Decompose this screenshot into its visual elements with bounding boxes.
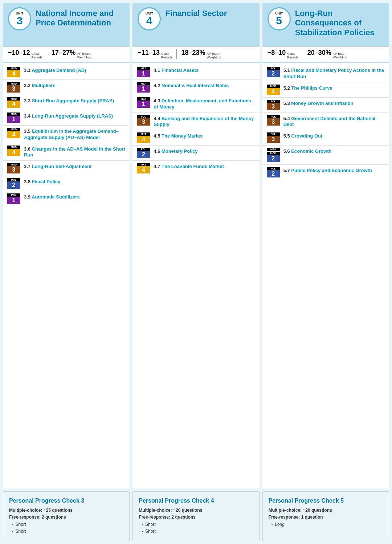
ap-weight-label: AP ExamWeighting (207, 52, 221, 60)
unit-stats-3: ~10–12 ClassPeriods 17–27% AP ExamWeight… (3, 46, 130, 62)
module-text-3.6: 3.6 Changes in the AD–AS Model in the Sh… (24, 146, 125, 159)
module-text-5.3: 5.3 Money Growth and Inflation (283, 100, 354, 107)
badge-type: MOD (7, 163, 20, 166)
module-badge-4.6: POL 2 (137, 148, 150, 158)
module-badge-4.5: MKT 4 (137, 132, 150, 143)
module-item-3.2: MOD 3 3.2 Multipliers (3, 80, 130, 95)
module-badge-3.9: POL 1 (7, 193, 20, 204)
module-title-3.9[interactable]: 3.9 Automatic Stabilizers (24, 194, 79, 200)
module-title-5.4[interactable]: 5.4 Government Deficits and the National… (283, 116, 385, 128)
class-periods-stat: ~8–10 ClassPeriods (268, 49, 298, 60)
badge-num: 2 (267, 155, 280, 162)
badge-num: 4 (7, 70, 20, 77)
modules-list-3: MOD 4 3.1 Aggregate Demand (AD) MOD 3 3.… (3, 62, 130, 488)
module-number: 3.4 (24, 113, 32, 119)
module-title-5.6[interactable]: 5.6 Economic Growth (283, 148, 332, 155)
module-item-5.2: MOD 4 5.2 The Phillips Curve (262, 82, 389, 98)
module-title-4.7[interactable]: 4.7 The Loanable Funds Market (154, 164, 224, 170)
module-title-5.5[interactable]: 5.5 Crowding Out (283, 133, 323, 139)
bullet-item: Short (12, 521, 123, 528)
module-number: 3.6 (24, 146, 32, 152)
badge-num: 4 (7, 131, 20, 138)
module-title-3.3[interactable]: 3.3 Short-Run Aggregate Supply (SRAS) (24, 98, 114, 104)
module-number: 5.3 (283, 101, 291, 106)
ap-weight-value: 18–23% (181, 49, 205, 57)
module-title-4.2[interactable]: 4.2 Nominal v. Real Interest Rates (154, 83, 229, 89)
badge-type: POL (267, 115, 280, 118)
module-title-4.6[interactable]: 4.6 Monetary Policy (154, 148, 197, 155)
badge-type: MOD (7, 113, 20, 116)
bullet-item: Short (142, 528, 253, 535)
module-title-3.7[interactable]: 3.7 Long-Run Self-Adjustment (24, 164, 91, 170)
progress-detail-4: Multiple-choice: ~20 questions Free-resp… (139, 507, 253, 535)
ap-weight-label: AP ExamWeighting (333, 52, 347, 60)
module-badge-5.3: POL 3 (267, 100, 280, 110)
module-item-4.3: MEA 1 4.3 Definition, Measurement, and F… (132, 95, 259, 113)
module-title-5.2[interactable]: 5.2 The Phillips Curve (283, 85, 332, 91)
module-item-3.1: MOD 4 3.1 Aggregate Demand (AD) (3, 65, 130, 80)
module-number: 5.1 (283, 68, 291, 73)
bullet-item: Long (271, 521, 383, 528)
module-number: 3.5 (24, 128, 32, 134)
unit-circle-4: UNIT 4 (138, 7, 161, 30)
module-badge-5.5: POL 3 (267, 132, 280, 143)
units-row: UNIT 3 National Income and Price Determi… (3, 3, 389, 488)
module-title-5.3[interactable]: 5.3 Money Growth and Inflation (283, 101, 354, 107)
ap-weight-label: AP ExamWeighting (77, 52, 91, 60)
badge-num: 3 (267, 118, 280, 126)
module-title-3.4[interactable]: 3.4 Long-Run Aggregate Supply (LRAS) (24, 113, 113, 119)
module-title-3.6[interactable]: 3.6 Changes in the AD–AS Model in the Sh… (24, 146, 125, 159)
badge-num: 1 (7, 197, 20, 204)
badge-type: POL (267, 132, 280, 136)
module-title-3.2[interactable]: 3.2 Multipliers (24, 83, 56, 89)
module-number: 5.7 (283, 168, 291, 173)
mc-text: Multiple-choice: ~20 questions (139, 507, 253, 514)
ap-weight-stat: 17–27% AP ExamWeighting (52, 49, 91, 60)
bullet-text: Short (16, 521, 26, 528)
module-badge-5.7: POL 2 (267, 167, 280, 177)
module-badge-4.7: MKT 4 (137, 163, 150, 173)
module-title-4.5[interactable]: 4.5 The Money Market (154, 133, 203, 139)
module-title-3.5[interactable]: 3.5 Equilibrium in the Aggregate Demand–… (24, 128, 125, 141)
module-item-5.6: MEA MOD 2 5.6 Economic Growth (262, 146, 389, 165)
module-number: 4.5 (154, 133, 162, 139)
ap-weight-value: 17–27% (52, 49, 75, 57)
unit-header-3: UNIT 3 National Income and Price Determi… (3, 3, 130, 46)
badge-type: MKT (137, 163, 150, 166)
module-number: 3.7 (24, 164, 32, 169)
module-number: 3.2 (24, 83, 32, 88)
unit-number: 3 (17, 15, 23, 26)
module-title-3.1[interactable]: 3.1 Aggregate Demand (AD) (24, 68, 86, 74)
ap-weight-stat: 20–30% AP ExamWeighting (307, 49, 347, 60)
module-number: 5.5 (283, 133, 291, 139)
bullet-text: Short (145, 521, 156, 528)
badge-type: POL (267, 167, 280, 170)
badge-type: POL (267, 100, 280, 103)
module-title-3.8[interactable]: 3.8 Fiscal Policy (24, 179, 60, 185)
badge-type: MOD (7, 146, 20, 149)
module-number: 5.2 (283, 85, 291, 91)
module-badge-4.2: MEA 1 (137, 82, 150, 93)
bullet-item: Short (142, 521, 253, 528)
module-text-3.8: 3.8 Fiscal Policy (24, 178, 60, 185)
module-title-5.7[interactable]: 5.7 Public Policy and Economic Growth (283, 168, 372, 174)
module-item-4.5: MKT 4 4.5 The Money Market (132, 130, 259, 146)
module-number: 4.6 (154, 148, 162, 154)
module-title-4.3[interactable]: 4.3 Definition, Measurement, and Functio… (154, 98, 255, 110)
ap-weight-value: 20–30% (307, 49, 331, 57)
module-badge-5.1: POL 2 (267, 67, 280, 77)
main-container: UNIT 3 National Income and Price Determi… (0, 0, 392, 544)
module-item-4.1: MEA 1 4.1 Financial Assets (132, 65, 259, 80)
class-periods-stat: ~11–13 ClassPeriods (138, 49, 172, 60)
unit-title-5: Long-Run Consequences of Stabilization P… (295, 7, 384, 37)
unit-circle-5: UNIT 5 (268, 7, 291, 30)
module-title-4.4[interactable]: 4.4 Banking and the Expansion of the Mon… (154, 116, 255, 128)
module-title-4.1[interactable]: 4.1 Financial Assets (154, 68, 199, 74)
progress-title-3: Personal Progress Check 3 (9, 498, 123, 504)
module-number: 4.7 (154, 164, 162, 169)
module-number: 4.1 (154, 68, 162, 73)
ap-weight-stat: 18–23% AP ExamWeighting (181, 49, 221, 60)
badge-type: MEA (137, 67, 150, 70)
module-item-4.7: MKT 4 4.7 The Loanable Funds Market (132, 161, 259, 176)
module-title-5.1[interactable]: 5.1 Fiscal and Monetary Policy Actions i… (283, 68, 385, 80)
